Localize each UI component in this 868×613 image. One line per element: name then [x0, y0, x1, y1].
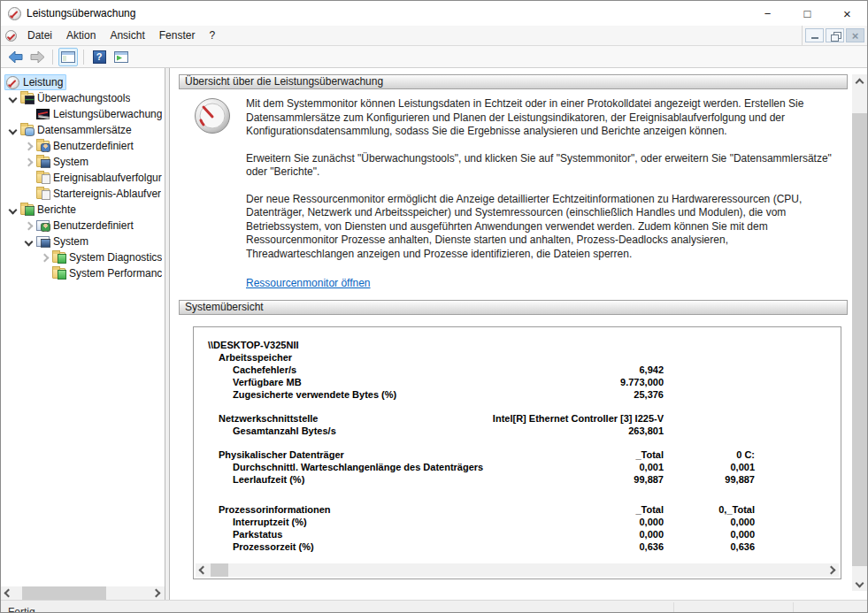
tree-item-ereignisablaufverfolgur[interactable]: Ereignisablaufverfolgur — [1, 170, 165, 186]
report-row-leerlaufzeit: Leerlaufzeit (%)99,88799,887 — [194, 473, 841, 486]
menu-datei[interactable]: Datei — [20, 27, 59, 44]
report-value-col1: 6,942 — [504, 364, 664, 376]
tree-item-startereignis-ablaufver[interactable]: Startereignis-Ablaufver — [1, 186, 165, 202]
report-row-physikalischer-datenträger: Physikalischer Datenträger_Total0 C: — [194, 448, 841, 461]
tree-item-benutzerdefiniert[interactable]: Benutzerdefiniert — [1, 218, 165, 234]
tree: LeistungÜberwachungstoolsLeistungsüberwa… — [1, 74, 165, 281]
tree-item-label: Benutzerdefiniert — [53, 140, 134, 152]
toolbar-separator — [83, 50, 84, 65]
menu-bar: DateiAktionAnsichtFenster? — [1, 26, 867, 46]
close-button[interactable]: × — [827, 1, 867, 26]
tree-horizontal-scrollbar[interactable] — [1, 586, 165, 600]
maximize-button[interactable]: □ — [787, 1, 827, 26]
report-value-col2 — [664, 339, 755, 351]
mdi-child-icon[interactable] — [5, 30, 17, 42]
scrollbar-thumb[interactable] — [22, 586, 106, 600]
perfmon-window: Leistungsüberwachung − □ × DateiAktionAn… — [0, 0, 868, 613]
report-row-parkstatus: Parkstatus0,0000,000 — [194, 528, 841, 540]
tree-item-berichte[interactable]: Berichte — [1, 202, 165, 218]
expander-expanded-icon[interactable] — [20, 234, 36, 249]
expander-collapsed-icon[interactable] — [20, 218, 36, 234]
tree-item-system-performanc[interactable]: System Performanc — [1, 265, 165, 281]
report-value-col2 — [664, 388, 755, 401]
mdi-restore-icon[interactable] — [826, 28, 844, 42]
monitor-folder-icon — [20, 93, 34, 103]
show-console-tree-button[interactable] — [58, 48, 78, 66]
report-label: Netzwerkschnittstelle — [194, 412, 493, 425]
report-value-col2: 0,001 — [664, 461, 755, 473]
minimize-button[interactable]: − — [748, 1, 787, 26]
report-value-col1: 263,801 — [504, 425, 664, 437]
perfmon-gauge-icon — [194, 97, 231, 134]
menu-fenster[interactable]: Fenster — [152, 27, 203, 44]
toolbar-separator — [52, 50, 53, 65]
title-bar: Leistungsüberwachung − □ × — [1, 1, 867, 26]
expander-collapsed-icon[interactable] — [20, 138, 36, 154]
report-value-col1: Intel[R] Ethernet Controller [3] I225-V — [493, 412, 664, 425]
report-value-col1: 0,001 — [504, 461, 664, 473]
perfmon-icon — [6, 76, 19, 89]
report-value-col1: 9.773,000 — [504, 376, 664, 388]
report-label: Durchschnittl. Warteschlangenlänge des D… — [194, 461, 504, 473]
tree-item-system[interactable]: System — [1, 234, 165, 249]
tree-item-label: System Performanc — [69, 267, 162, 280]
tree-item-überwachungstools[interactable]: Überwachungstools — [1, 90, 165, 106]
perfmon-app-icon — [8, 7, 21, 20]
folder-green-icon — [52, 252, 65, 263]
tree-item-leistung[interactable]: Leistung — [1, 74, 165, 90]
report-row-verfügbare-mb: Verfügbare MB9.773,000 — [194, 376, 841, 388]
scroll-right-icon[interactable] — [150, 586, 164, 600]
tree-item-system[interactable]: System — [1, 154, 165, 170]
tree-item-leistungsüberwachung[interactable]: Leistungsüberwachung — [1, 106, 165, 122]
back-button[interactable] — [5, 48, 25, 66]
expander-placeholder — [20, 106, 36, 122]
user-folder-icon — [36, 141, 50, 151]
report-row-cachefehler-s: Cachefehler/s6,942 — [194, 364, 841, 376]
menu-help[interactable]: ? — [202, 27, 222, 44]
scroll-left-icon[interactable] — [196, 563, 209, 577]
menu-ansicht[interactable]: Ansicht — [103, 27, 151, 44]
forward-button[interactable] — [27, 48, 47, 66]
expander-collapsed-icon[interactable] — [36, 249, 52, 265]
expander-placeholder — [20, 186, 36, 202]
tree-item-label: Berichte — [37, 203, 76, 216]
report-value-col2: 0,000 — [664, 516, 755, 528]
report-row-gesamtanzahl-bytes-s: Gesamtanzahl Bytes/s263,801 — [194, 425, 841, 437]
scrollbar-thumb[interactable] — [852, 113, 867, 566]
details-pane: Übersicht über die Leistungsüberwachung … — [170, 68, 867, 600]
mdi-close-icon[interactable] — [846, 28, 864, 42]
open-resource-monitor-link[interactable]: Ressourcenmonitor öffnen — [246, 277, 371, 291]
main-area: LeistungÜberwachungstoolsLeistungsüberwa… — [1, 68, 867, 600]
tree-item-label: System — [53, 235, 88, 248]
report-horizontal-scrollbar[interactable] — [196, 563, 839, 577]
scrollbar-thumb[interactable] — [211, 563, 228, 577]
report-value-col1: 0,000 — [504, 528, 664, 540]
menu-aktion[interactable]: Aktion — [59, 27, 103, 44]
status-text: Fertig — [8, 603, 35, 613]
tree-item-datensammlersätze[interactable]: Datensammlersätze — [1, 122, 165, 138]
report-value-col2: 0,636 — [664, 540, 755, 553]
report-label: Leerlaufzeit (%) — [194, 473, 504, 486]
vertical-scrollbar[interactable] — [852, 74, 867, 591]
status-bar: Fertig — [1, 600, 867, 613]
scroll-left-icon[interactable] — [1, 586, 14, 600]
report-value-col1 — [504, 351, 664, 364]
tree-item-benutzerdefiniert[interactable]: Benutzerdefiniert — [1, 138, 165, 154]
scroll-down-icon[interactable] — [852, 578, 867, 591]
tree-item-label: System — [53, 156, 88, 168]
folder-green-icon — [52, 268, 65, 279]
selected-tree-item[interactable]: Leistung — [4, 74, 66, 90]
expander-expanded-icon[interactable] — [4, 122, 20, 138]
tree-item-system-diagnostics[interactable]: System Diagnostics — [1, 249, 165, 265]
report-value-col1: 25,376 — [504, 388, 664, 401]
show-action-pane-button[interactable] — [111, 48, 131, 66]
expander-collapsed-icon[interactable] — [20, 154, 36, 170]
clipboard-folder-icon — [36, 172, 50, 183]
expander-expanded-icon[interactable] — [4, 90, 20, 106]
tree-item-label: System Diagnostics — [69, 251, 162, 264]
mdi-minimize-icon[interactable] — [805, 28, 824, 42]
report-table: \\DESKTOP-V325NIIArbeitsspeicherCachefeh… — [194, 339, 841, 553]
expander-expanded-icon[interactable] — [4, 202, 20, 218]
scroll-right-icon[interactable] — [826, 563, 839, 577]
help-button[interactable] — [89, 48, 109, 66]
